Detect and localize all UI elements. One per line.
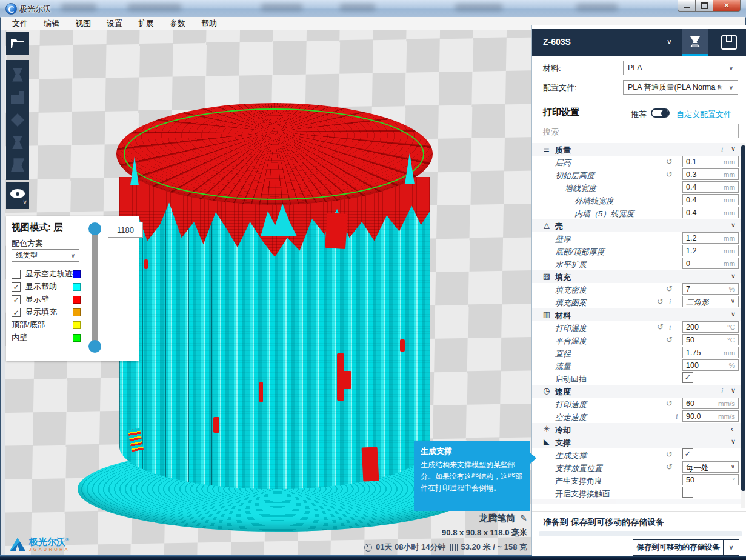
setting-input[interactable]: 60mm/s [682, 398, 739, 409]
setting-input[interactable]: 0.4mm [682, 181, 739, 193]
reset-icon[interactable]: ↺ [666, 399, 673, 408]
info-icon[interactable]: i [721, 145, 723, 154]
shell-icon: △ [542, 221, 551, 230]
chevron-down-icon[interactable]: ∨ [731, 145, 736, 153]
walls-checkbox[interactable]: ✓ [12, 295, 21, 304]
edit-pencil-icon[interactable]: ✎ [520, 513, 527, 523]
reset-icon[interactable]: ↺ [666, 450, 673, 459]
menu-file[interactable]: 文件 [4, 18, 36, 29]
section-shell[interactable]: △ 壳 ∨ [532, 219, 741, 232]
view-mode-button[interactable]: ∨ [6, 182, 29, 209]
setting-select[interactable]: 三角形∨ [682, 296, 739, 307]
setting-input[interactable]: 1.75mm [682, 347, 739, 358]
settings-search[interactable]: 搜索 [539, 124, 739, 138]
open-file-button[interactable] [6, 32, 29, 55]
section-cooling[interactable]: ✳ 冷却 ‹ [532, 423, 741, 436]
setting-input[interactable]: 50°C [682, 334, 739, 345]
speed-icon: ◷ [542, 386, 551, 395]
setting-input[interactable]: 0mm [682, 258, 739, 269]
setting-row: 内墙（5）线宽度 0.4mm [532, 207, 741, 219]
close-button[interactable]: ✕ [713, 0, 741, 12]
setting-input[interactable]: 200°C [682, 321, 739, 333]
layer-slider-top-handle[interactable] [88, 222, 101, 235]
material-label: 材料: [543, 63, 561, 74]
section-support[interactable]: ◣ 支撑 ∨ [532, 436, 741, 448]
info-icon[interactable]: i [721, 387, 723, 396]
infill-checkbox[interactable]: ✓ [12, 308, 21, 317]
tab-printer-monitor[interactable] [716, 29, 742, 56]
section-quality[interactable]: ≣ 质量 i ∨ [532, 143, 741, 156]
reset-icon[interactable]: ↺ [657, 297, 664, 306]
reset-icon[interactable]: ↺ [666, 335, 673, 344]
reset-icon[interactable]: ↺ [666, 157, 673, 166]
info-icon[interactable]: i [669, 298, 671, 307]
move-tool-icon[interactable] [11, 68, 24, 82]
scale-tool-icon[interactable] [11, 91, 24, 104]
chevron-down-icon[interactable]: ∨ [731, 272, 736, 280]
chevron-down-icon: ∨ [22, 198, 27, 206]
helpers-checkbox[interactable]: ✓ [12, 282, 21, 292]
layer-slider-bottom-handle[interactable] [88, 340, 101, 353]
chevron-down-icon: ∨ [729, 65, 733, 72]
layer-slider-track[interactable] [92, 225, 98, 352]
section-infill[interactable]: ▨ 填充 ∨ [532, 270, 741, 283]
setting-input[interactable]: 1.2mm [682, 245, 739, 256]
chevron-down-icon[interactable]: ∨ [667, 38, 672, 46]
chevron-left-icon[interactable]: ‹ [731, 424, 733, 433]
mirror-tool-icon[interactable] [11, 136, 24, 149]
reset-icon[interactable]: ↺ [666, 462, 673, 472]
setting-select[interactable]: 每一处∨ [682, 461, 739, 473]
info-icon[interactable]: i [669, 323, 671, 332]
window-bottom-border [0, 555, 746, 560]
reset-icon[interactable]: ↺ [666, 284, 673, 293]
menu-extensions[interactable]: 扩展 [130, 18, 162, 29]
recommended-custom-toggle[interactable] [651, 108, 670, 118]
chevron-down-icon[interactable]: ∨ [731, 221, 736, 229]
color-scheme-select[interactable]: 线类型 ∨ [12, 249, 79, 262]
section-material[interactable]: ▥ 材料 ∨ [532, 308, 741, 321]
custom-profile-link[interactable]: 自定义配置文件 [676, 109, 731, 120]
settings-scrollbar[interactable] [741, 143, 745, 508]
setting-input[interactable]: 0.4mm [682, 207, 739, 218]
material-select[interactable]: PLA ∨ [623, 61, 738, 75]
model-tools-toolbar [6, 60, 29, 180]
menu-settings[interactable]: 设置 [99, 18, 130, 29]
chevron-down-icon[interactable]: ∨ [731, 310, 736, 318]
setting-row: 初始层高度↺ 0.3mm [532, 168, 741, 181]
chevron-down-icon[interactable]: ∨ [731, 387, 736, 395]
tab-slice-settings[interactable] [682, 29, 708, 56]
minimize-button[interactable] [678, 0, 696, 12]
setting-input[interactable]: 50° [682, 474, 739, 485]
setting-input[interactable]: 1.2mm [682, 232, 739, 244]
setting-input[interactable]: 100% [682, 359, 739, 371]
per-model-settings-icon[interactable] [11, 158, 24, 172]
menu-edit[interactable]: 编辑 [36, 18, 67, 29]
setting-input[interactable]: 0.1mm [682, 156, 739, 167]
maximize-button[interactable] [696, 0, 713, 12]
chevron-down-icon[interactable]: ∨ [724, 544, 739, 552]
scrollbar-thumb[interactable] [741, 145, 745, 491]
setting-input[interactable]: 90.0mm/s [682, 410, 739, 422]
legend-inner-wall: 内壁 [12, 332, 133, 344]
save-button[interactable]: 保存到可移动的存储设备 ∨ [633, 539, 739, 556]
setting-row: 墙线宽度 0.4mm [532, 181, 741, 194]
color-swatch [73, 283, 81, 291]
info-icon[interactable]: i [676, 412, 678, 421]
setting-input[interactable]: 0.3mm [682, 168, 739, 180]
travels-checkbox[interactable] [12, 270, 21, 279]
section-speed[interactable]: ◷ 速度 i ∨ [532, 385, 741, 398]
generate-support-checkbox[interactable]: ✓ [682, 448, 693, 459]
retraction-checkbox[interactable]: ✓ [682, 372, 693, 383]
reset-icon[interactable]: ↺ [657, 322, 664, 332]
menu-parameters[interactable]: 参数 [162, 18, 193, 29]
chevron-down-icon[interactable]: ∨ [731, 438, 736, 445]
profile-select[interactable]: PLA 普通质量(PLA Norma Qua ★ ∨ [623, 80, 738, 95]
setting-input[interactable]: 7% [682, 283, 739, 295]
reset-icon[interactable]: ↺ [666, 170, 673, 179]
rotate-tool-icon[interactable] [11, 113, 24, 127]
menu-help[interactable]: 帮助 [193, 18, 225, 29]
menu-view[interactable]: 视图 [67, 18, 99, 29]
star-icon: ★ [716, 83, 723, 92]
support-interface-checkbox[interactable] [682, 487, 693, 498]
setting-input[interactable]: 0.4mm [682, 194, 739, 205]
